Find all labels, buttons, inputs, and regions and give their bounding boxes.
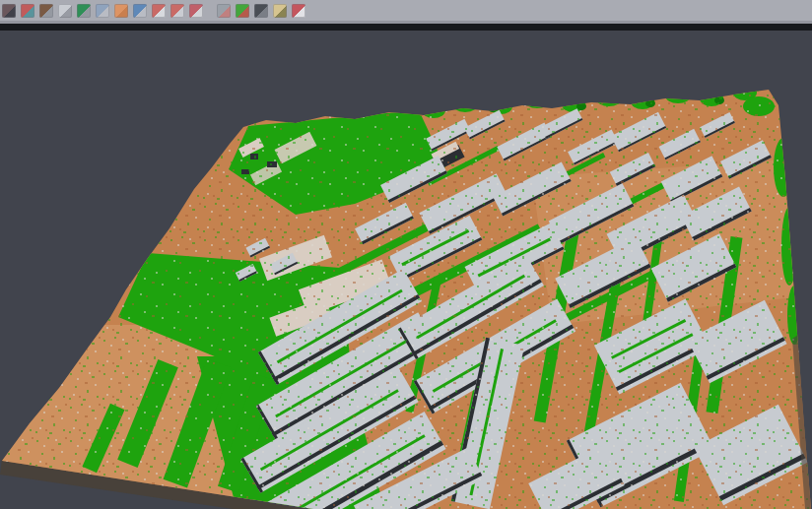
classification-icon[interactable]	[236, 4, 249, 18]
dem-surface-icon[interactable]	[77, 4, 91, 18]
contours-icon[interactable]	[152, 4, 166, 18]
terrain-icon[interactable]	[39, 4, 53, 18]
zoom-extents-icon[interactable]	[189, 4, 203, 18]
render-sphere-icon[interactable]	[254, 4, 268, 18]
texture-icon[interactable]	[217, 4, 231, 18]
toolbar-icons	[2, 4, 305, 18]
profile-icon[interactable]	[96, 4, 109, 18]
toolbar-bottom-strip	[0, 24, 812, 31]
open-mesh-icon[interactable]	[2, 4, 16, 18]
gcp-markers-icon[interactable]	[273, 4, 287, 18]
speckle-noise	[0, 31, 812, 509]
viewport-3d[interactable]	[0, 31, 812, 509]
align-points-icon[interactable]	[21, 4, 34, 18]
point-cloud-icon[interactable]	[58, 4, 72, 18]
toolbar	[0, 0, 812, 24]
orthophoto-icon[interactable]	[114, 4, 128, 18]
globe-icon[interactable]	[133, 4, 147, 18]
remove-points-icon[interactable]	[292, 4, 305, 18]
terrain-model	[0, 31, 812, 509]
point-cloud-scene	[0, 31, 812, 509]
target-icon[interactable]	[170, 4, 184, 18]
